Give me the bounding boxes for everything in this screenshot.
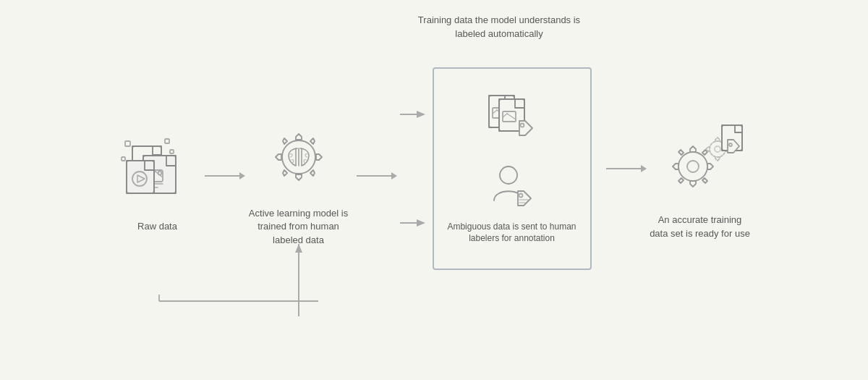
bottom-entry-arrow [400, 219, 425, 227]
svg-point-36 [678, 152, 707, 181]
flow-wrapper: Raw data [14, 13, 854, 368]
raw-data-label: Raw data [137, 220, 177, 233]
svg-rect-4 [122, 157, 125, 161]
svg-rect-3 [170, 150, 174, 153]
svg-marker-20 [417, 111, 425, 118]
middle-section: Training data the model understands is l… [400, 67, 599, 270]
arrow-2-line [357, 175, 393, 177]
box-entry-arrows [400, 75, 425, 263]
human-labeler-item: Ambiguous data is sent to human labelers… [447, 161, 577, 245]
feedback-loop-arrow [152, 294, 485, 323]
svg-rect-2 [165, 139, 169, 143]
auto-label-item [483, 92, 541, 143]
feedback-arrow-indicator [292, 244, 306, 334]
arrow-3-line [606, 168, 642, 169]
svg-point-32 [500, 166, 517, 184]
step-active-model: Active learning model is trained from hu… [248, 119, 349, 247]
accurate-label: An accurate training data set is ready f… [650, 214, 751, 240]
accurate-training-icon [660, 125, 740, 205]
arrow-2 [357, 175, 393, 177]
arrow-3 [606, 168, 642, 169]
svg-marker-22 [417, 219, 425, 227]
arrow-1 [205, 175, 241, 177]
step-accurate: An accurate training data set is ready f… [650, 125, 751, 240]
svg-marker-18 [295, 244, 302, 253]
ambiguous-data-label: Ambiguous data is sent to human labelers… [447, 221, 577, 245]
raw-data-icon [118, 132, 197, 211]
arrow-1-line [205, 175, 241, 177]
middle-processing-box: Ambiguous data is sent to human labelers… [433, 67, 592, 270]
active-model-label: Active learning model is trained from hu… [248, 207, 349, 247]
diagram-container: Raw data [14, 13, 854, 368]
middle-box-top-label: Training data the model understands is l… [416, 13, 582, 41]
step-raw-data: Raw data [118, 132, 197, 233]
svg-rect-1 [125, 141, 130, 146]
top-entry-arrow [400, 110, 425, 119]
main-layout: Raw data [118, 96, 751, 270]
brain-gear-icon [259, 119, 339, 198]
